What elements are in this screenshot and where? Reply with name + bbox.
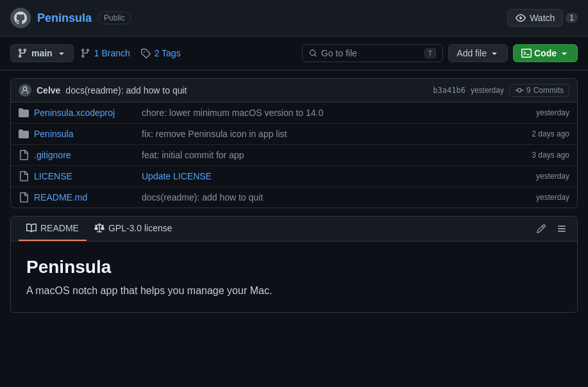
branch-name: main: [31, 48, 53, 58]
readme-tabs: README GPL-3.0 license: [11, 217, 577, 242]
table-row[interactable]: Peninsula.xcodeproj chore: lower minimum…: [11, 103, 577, 124]
folder-icon: [19, 129, 29, 139]
file-name[interactable]: Peninsula.xcodeproj: [34, 108, 137, 118]
tab-license[interactable]: GPL-3.0 license: [87, 217, 180, 241]
readme-description: A macOS notch app that helps you manage …: [26, 285, 562, 297]
repo-header-left: Peninsula Public: [10, 8, 131, 28]
file-commit-message: Update LICENSE: [142, 171, 513, 181]
tab-license-label: GPL-3.0 license: [108, 223, 172, 233]
file-time: yesterday: [518, 108, 569, 117]
readme-title: Peninsula: [26, 257, 562, 277]
file-icon: [19, 150, 29, 160]
file-icon: [19, 171, 29, 181]
tab-readme[interactable]: README: [19, 217, 87, 241]
kbd-shortcut: T: [424, 48, 437, 58]
file-container: Celve docs(readme): add how to quit b3a4…: [10, 78, 578, 208]
search-input[interactable]: [321, 48, 421, 58]
file-list: Peninsula.xcodeproj chore: lower minimum…: [11, 103, 577, 208]
branch-info: 1 Branch · 2 Tags: [80, 48, 181, 58]
add-file-button[interactable]: Add file: [448, 44, 508, 62]
table-row[interactable]: .gitignore feat: initial commit for app …: [11, 145, 577, 166]
search-bar[interactable]: T: [302, 44, 443, 62]
file-time: yesterday: [518, 193, 569, 202]
repo-header: Peninsula Public Watch 1: [0, 0, 588, 37]
commit-author[interactable]: Celve: [37, 85, 60, 95]
watch-count: 1: [566, 13, 578, 23]
file-name[interactable]: .gitignore: [34, 150, 137, 160]
file-name[interactable]: README.md: [34, 192, 137, 202]
commit-hash[interactable]: b3a41b6: [433, 86, 466, 95]
readme-actions: [533, 221, 569, 236]
edit-readme-button[interactable]: [533, 221, 549, 236]
readme-content: Peninsula A macOS notch app that helps y…: [11, 242, 577, 312]
tags-count-link[interactable]: 2 Tags: [155, 48, 181, 58]
visibility-badge: Public: [98, 12, 131, 24]
avatar: [10, 8, 31, 28]
readme-section: README GPL-3.0 license Peninsula A macOS…: [10, 216, 578, 313]
toc-readme-button[interactable]: [554, 221, 569, 236]
branch-select[interactable]: main: [10, 44, 74, 62]
watch-button[interactable]: Watch: [507, 9, 563, 27]
commit-time: yesterday: [471, 86, 504, 95]
file-commit-message: chore: lower minimum macOS version to 14…: [142, 108, 513, 118]
commit-meta: b3a41b6 yesterday 9 Commits: [433, 84, 569, 97]
separator: ·: [134, 48, 137, 58]
commit-message: docs(readme): add how to quit: [65, 85, 187, 95]
table-row[interactable]: README.md docs(readme): add how to quit …: [11, 187, 577, 208]
branch-count-link[interactable]: 1 Branch: [94, 48, 130, 58]
commit-avatar: [19, 84, 31, 97]
file-commit-message: feat: initial commit for app: [142, 150, 513, 160]
file-time: 2 days ago: [518, 129, 569, 138]
file-commit-message: fix: remove Peninsula icon in app list: [142, 129, 513, 139]
repo-name[interactable]: Peninsula: [37, 12, 92, 25]
code-button[interactable]: Code: [513, 44, 578, 62]
folder-icon: [19, 108, 29, 118]
table-row[interactable]: Peninsula fix: remove Peninsula icon in …: [11, 124, 577, 145]
table-row[interactable]: LICENSE Update LICENSE yesterday: [11, 166, 577, 187]
tab-readme-label: README: [40, 223, 79, 233]
file-icon: [19, 192, 29, 202]
commits-link[interactable]: 9 Commits: [509, 84, 569, 97]
repo-toolbar: main 1 Branch · 2 Tags T Add file: [0, 37, 588, 70]
file-name[interactable]: Peninsula: [34, 129, 137, 139]
toolbar-right: T Add file Code: [302, 44, 578, 62]
file-time: 3 days ago: [518, 151, 569, 160]
file-time: yesterday: [518, 172, 569, 181]
watch-label: Watch: [530, 13, 555, 23]
watch-button-group: Watch 1: [507, 9, 578, 27]
file-commit-message: docs(readme): add how to quit: [142, 192, 513, 202]
file-name[interactable]: LICENSE: [34, 171, 137, 181]
commit-header: Celve docs(readme): add how to quit b3a4…: [11, 79, 577, 103]
